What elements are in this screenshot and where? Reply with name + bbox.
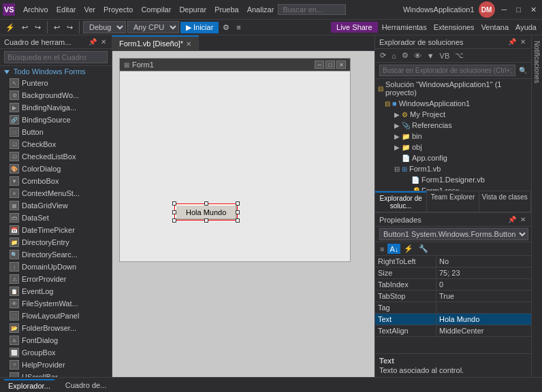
maximize-btn[interactable]: □	[513, 4, 524, 15]
sol-filter-btn[interactable]: ▼	[425, 51, 436, 61]
handle-mr[interactable]	[236, 210, 240, 214]
sol-props-btn[interactable]: ⚙	[400, 50, 411, 61]
toolbox-item-flowlayoutpanel[interactable]: ⬚ FlowLayoutPanel	[0, 310, 112, 322]
sol-tab-explorer[interactable]: Explorador de soluc...	[375, 191, 427, 212]
toolbox-item-fontdialog[interactable]: A FontDialog	[0, 334, 112, 346]
toolbox-item-directoryentry[interactable]: 📁 DirectoryEntry	[0, 236, 112, 248]
sol-tab-team[interactable]: Team Explorer	[427, 191, 479, 212]
toolbox-item-folderbrowser[interactable]: 📂 FolderBrowser...	[0, 322, 112, 334]
prop-value-tabstop[interactable]: True	[436, 291, 531, 301]
prop-close-btn[interactable]: ✕	[519, 215, 527, 224]
sol-close-btn[interactable]: ✕	[519, 37, 527, 46]
sol-pin-btn[interactable]: 📌	[507, 37, 517, 46]
menu-compilar[interactable]: Compilar	[137, 4, 175, 15]
prop-value-textalign[interactable]: MiddleCenter	[436, 325, 531, 336]
menu-ver[interactable]: Ver	[80, 4, 99, 15]
toolbox-item-button[interactable]: □ Button	[0, 126, 112, 138]
handle-bl[interactable]	[172, 218, 176, 223]
sol-project-node[interactable]: ⊟ ■ WindowsApplication1	[375, 98, 531, 109]
toolbar-more[interactable]: ≡	[234, 22, 243, 33]
start-button[interactable]: ▶ Iniciar	[180, 22, 219, 33]
handle-bm[interactable]	[204, 218, 208, 223]
form-container[interactable]: ⊞ Form1 ─ □ ✕	[119, 58, 351, 262]
toolbox-item-errorprovider[interactable]: ⚠ ErrorProvider	[0, 273, 112, 285]
menu-analizar[interactable]: Analizar	[243, 4, 278, 15]
sol-referencias-node[interactable]: ▶ 📎 Referencias	[375, 120, 531, 131]
sol-git-btn[interactable]: ⌥	[453, 50, 466, 61]
sol-tab-class[interactable]: Vista de clases	[479, 191, 531, 212]
notifications-tab[interactable]: Notificaciones	[532, 35, 542, 88]
toolbox-pin-btn[interactable]: 📌	[87, 37, 98, 46]
toolbox-item-eventlog[interactable]: 📋 EventLog	[0, 285, 112, 297]
toolbox-item-contextmenust[interactable]: ≡ ContextMenuSt...	[0, 187, 112, 199]
toolbox-item-puntero[interactable]: ↖ Puntero	[0, 77, 112, 89]
toolbox-close-btn[interactable]: ✕	[99, 37, 108, 46]
user-avatar[interactable]: DM	[479, 1, 495, 18]
sol-vb-btn[interactable]: VB	[438, 51, 452, 61]
toolbar-extensiones[interactable]: Extensiones	[431, 22, 477, 33]
toolbar-btn-2[interactable]: ↩	[19, 22, 31, 33]
prop-row-text[interactable]: Text ▼	[375, 314, 531, 325]
prop-value-tag[interactable]	[436, 302, 531, 313]
sol-form1designer-node[interactable]: ▶ 📄 Form1.Designer.vb	[375, 174, 531, 185]
prop-value-tabindex[interactable]: 0	[436, 279, 531, 290]
prop-pin-btn[interactable]: 📌	[507, 215, 517, 224]
prop-props-btn[interactable]: 🔧	[417, 244, 430, 254]
sol-sync-btn[interactable]: ⟳	[378, 50, 388, 61]
toolbox-search-input[interactable]	[4, 51, 108, 63]
toolbar-undo[interactable]: ↩	[51, 22, 63, 33]
toolbox-item-filesystemwat[interactable]: 👁 FileSystemWat...	[0, 297, 112, 310]
sol-appconfig-node[interactable]: ▶ 📄 App.config	[375, 152, 531, 163]
handle-tl[interactable]	[172, 201, 176, 206]
live-share-button[interactable]: Live Share	[331, 22, 378, 33]
prop-text-input[interactable]	[439, 315, 531, 323]
toolbox-item-groupbox[interactable]: ⬜ GroupBox	[0, 346, 112, 359]
tab-form1-design-close[interactable]: ✕	[186, 40, 191, 48]
bottom-tab-explorer[interactable]: Explorador...	[4, 379, 54, 391]
prop-alpha-btn[interactable]: A↓	[387, 244, 400, 254]
prop-value-size[interactable]: 75; 23	[436, 267, 531, 278]
menu-archivo[interactable]: Archivo	[19, 4, 52, 15]
handle-tm[interactable]	[204, 201, 208, 206]
form-close-btn[interactable]: ✕	[336, 61, 346, 69]
toolbox-item-domainupdown[interactable]: ↕ DomainUpDown	[0, 261, 112, 273]
sol-myproject-node[interactable]: ▶ ⚙ My Project	[375, 109, 531, 120]
toolbox-item-combobox[interactable]: ▼ ComboBox	[0, 175, 112, 187]
toolbox-item-checkedlistbox[interactable]: ☑ CheckedListBox	[0, 150, 112, 163]
sol-obj-node[interactable]: ▶ 📁 obj	[375, 142, 531, 152]
toolbox-item-datetimepicker[interactable]: 📅 DateTimePicker	[0, 224, 112, 236]
toolbox-item-helpprovider[interactable]: ? HelpProvider	[0, 359, 112, 371]
toolbar-btn-1[interactable]: ⚡	[3, 22, 18, 33]
toolbar-btn-3[interactable]: ↪	[32, 22, 44, 33]
prop-cat-btn[interactable]: ≡	[378, 244, 386, 254]
prop-object-dropdown[interactable]: Button1 System.Windows.Forms.Button	[379, 228, 528, 240]
menu-depurar[interactable]: Depurar	[175, 4, 210, 15]
form-maximize-btn[interactable]: □	[325, 61, 335, 69]
menu-proyecto[interactable]: Proyecto	[99, 4, 137, 15]
toolbar-attach[interactable]: ⚙	[220, 22, 232, 33]
prop-value-text[interactable]: ▼	[436, 314, 531, 325]
toolbox-item-dataset[interactable]: 🗃 DataSet	[0, 212, 112, 224]
sol-search-input[interactable]	[379, 65, 515, 76]
menu-editar[interactable]: Editar	[52, 4, 80, 15]
toolbox-item-bindingnavi[interactable]: ▶ BindingNaviga...	[0, 101, 112, 114]
form-minimize-btn[interactable]: ─	[315, 61, 324, 69]
debug-config-dropdown[interactable]: Debug	[83, 21, 126, 33]
sol-show-all-btn[interactable]: 👁	[412, 51, 424, 61]
global-search-input[interactable]	[278, 4, 346, 15]
prop-value-righttoleft[interactable]: No	[436, 256, 531, 267]
tab-form1-design[interactable]: Form1.vb [Diseño]* ✕	[112, 35, 199, 50]
handle-br[interactable]	[236, 218, 240, 223]
toolbox-item-bindingsource[interactable]: 🔗 BindingSource	[0, 114, 112, 126]
minimize-btn[interactable]: ─	[499, 4, 510, 15]
form-body[interactable]: Hola Mundo	[120, 71, 350, 261]
toolbox-item-datagridview[interactable]: ▦ DataGridView	[0, 199, 112, 212]
toolbox-item-directorysearc[interactable]: 🔍 DirectorySearc...	[0, 248, 112, 261]
toolbar-ayuda[interactable]: Ayuda	[513, 22, 539, 33]
sol-solution-node[interactable]: ⊟ Solución "WindowsApplication1" (1 proy…	[375, 79, 531, 98]
toolbox-group-allforms[interactable]: Todo Windows Forms	[0, 66, 112, 77]
sol-home-btn[interactable]: ⌂	[389, 51, 398, 61]
prop-events-btn[interactable]: ⚡	[402, 244, 415, 254]
cpu-config-dropdown[interactable]: Any CPU	[127, 21, 179, 33]
toolbox-item-checkbox[interactable]: ☑ CheckBox	[0, 138, 112, 150]
